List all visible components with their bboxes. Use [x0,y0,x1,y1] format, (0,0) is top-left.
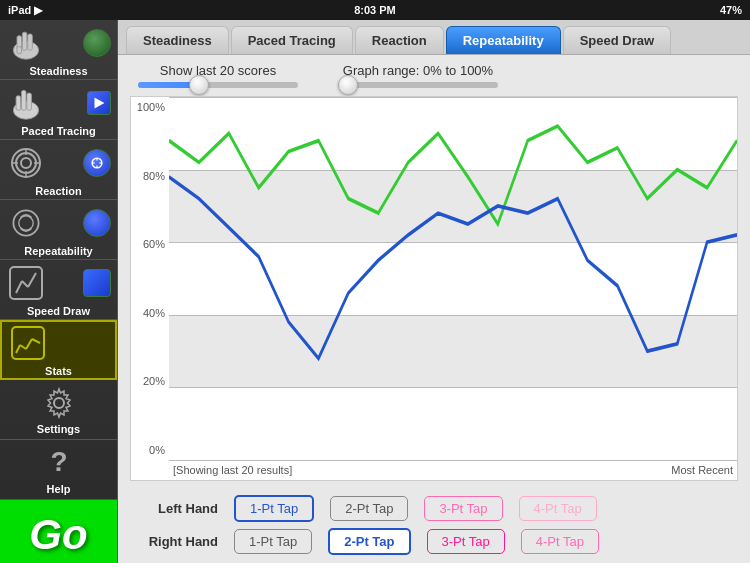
y-label-100: 100% [131,101,169,113]
graph-range-control: Graph range: 0% to 100% [338,63,498,88]
repeatability-row [2,203,115,243]
svg-rect-4 [17,46,22,53]
blue-line [169,177,737,359]
sidebar: Steadiness Paced Tr [0,20,118,563]
sidebar-item-steadiness[interactable]: Steadiness [0,20,117,80]
sidebar-repeatability-label: Repeatability [2,245,115,257]
stats-icon [8,323,48,363]
svg-line-27 [28,273,36,287]
controls-area: Show last 20 scores Graph range: 0% to 1… [118,55,750,96]
right-hand-1pt-button[interactable]: 1-Pt Tap [234,529,312,554]
scores-slider-thumb[interactable] [189,75,209,95]
repeatability-indicator [83,209,111,237]
sidebar-stats-label: Stats [4,365,113,377]
green-line [169,126,737,224]
tab-speed-draw[interactable]: Speed Draw [563,26,671,54]
x-label-right: Most Recent [671,464,733,476]
svg-rect-6 [22,90,27,110]
graph-svg [169,97,737,460]
status-left: iPad ▶ [8,4,42,17]
y-label-20: 20% [131,375,169,387]
tab-repeatability[interactable]: Repeatability [446,26,561,54]
right-hand-3pt-button[interactable]: 3-Pt Tap [427,529,505,554]
svg-line-31 [26,339,32,349]
graph-range-slider[interactable] [338,82,498,88]
y-label-80: 80% [131,170,169,182]
speed-draw-row [2,263,115,303]
paced-tracing-icon [6,83,46,123]
y-label-60: 60% [131,238,169,250]
reaction-row [2,143,115,183]
tab-steadiness[interactable]: Steadiness [126,26,229,54]
sidebar-item-repeatability[interactable]: Repeatability [0,200,117,260]
y-label-40: 40% [131,307,169,319]
svg-line-26 [22,281,28,287]
settings-icon [39,384,79,421]
svg-rect-24 [10,267,42,299]
sidebar-speed-draw-label: Speed Draw [2,305,115,317]
sidebar-item-speed-draw[interactable]: Speed Draw [0,260,117,320]
x-label-left: [Showing last 20 results] [173,464,292,476]
graph-x-labels: [Showing last 20 results] Most Recent [169,460,737,480]
left-hand-1pt-button[interactable]: 1-Pt Tap [234,495,314,522]
steadiness-icon [6,23,46,63]
sidebar-item-paced-tracing[interactable]: Paced Tracing [0,80,117,140]
sidebar-reaction-label: Reaction [2,185,115,197]
graph-container: 100% 80% 60% 40% 20% 0% [130,96,738,481]
left-hand-3pt-button[interactable]: 3-Pt Tap [424,496,502,521]
speed-draw-icon [6,263,46,303]
right-hand-label: Right Hand [138,534,218,549]
stats-row [4,323,113,363]
left-hand-2pt-button[interactable]: 2-Pt Tap [330,496,408,521]
sidebar-settings-label: Settings [2,423,115,435]
svg-rect-7 [27,93,32,110]
scores-label: Show last 20 scores [160,63,276,78]
status-bar: iPad ▶ 8:03 PM 47% [0,0,750,20]
paced-tracing-indicator [87,91,111,115]
right-hand-2pt-button[interactable]: 2-Pt Tap [328,528,410,555]
tab-bar: Steadiness Paced Tracing Reaction Repeat… [118,20,750,55]
sidebar-help-label: Help [2,483,115,495]
left-hand-row: Left Hand 1-Pt Tap 2-Pt Tap 3-Pt Tap 4-P… [138,495,730,522]
tab-paced-tracing[interactable]: Paced Tracing [231,26,353,54]
main-layout: Steadiness Paced Tr [0,20,750,563]
right-hand-row: Right Hand 1-Pt Tap 2-Pt Tap 3-Pt Tap 4-… [138,528,730,555]
graph-y-labels: 100% 80% 60% 40% 20% 0% [131,97,169,460]
speed-draw-indicator [83,269,111,297]
scores-control: Show last 20 scores [138,63,298,88]
repeatability-icon [6,203,46,243]
svg-rect-8 [16,95,21,109]
sidebar-item-steadiness-row [2,23,115,63]
status-time: 8:03 PM [354,4,396,16]
svg-point-12 [21,158,31,168]
svg-line-32 [32,339,40,343]
paced-tracing-row [2,83,115,123]
status-right: 47% [720,4,742,16]
sidebar-item-help[interactable]: ? Help [0,440,117,500]
legend-area: Left Hand 1-Pt Tap 2-Pt Tap 3-Pt Tap 4-P… [118,487,750,563]
scores-slider[interactable] [138,82,298,88]
sidebar-item-stats[interactable]: Stats [0,320,117,380]
svg-rect-1 [22,32,27,50]
reaction-indicator [83,149,111,177]
left-hand-label: Left Hand [138,501,218,516]
go-button[interactable]: Go [0,500,117,563]
svg-line-25 [16,281,22,293]
graph-inner [169,97,737,460]
tab-reaction[interactable]: Reaction [355,26,444,54]
left-hand-4pt-button[interactable]: 4-Pt Tap [519,496,597,521]
sidebar-paced-tracing-label: Paced Tracing [2,125,115,137]
svg-line-30 [20,345,26,349]
svg-rect-2 [28,34,33,50]
sidebar-item-reaction[interactable]: Reaction [0,140,117,200]
sidebar-steadiness-label: Steadiness [2,65,115,77]
sidebar-item-settings[interactable]: Settings [0,380,117,440]
graph-range-slider-thumb[interactable] [338,75,358,95]
y-label-0: 0% [131,444,169,456]
svg-point-11 [16,153,36,173]
graph-range-label: Graph range: 0% to 100% [343,63,493,78]
content-area: Steadiness Paced Tracing Reaction Repeat… [118,20,750,563]
svg-point-33 [54,398,64,408]
reaction-icon [6,143,46,183]
right-hand-4pt-button[interactable]: 4-Pt Tap [521,529,599,554]
